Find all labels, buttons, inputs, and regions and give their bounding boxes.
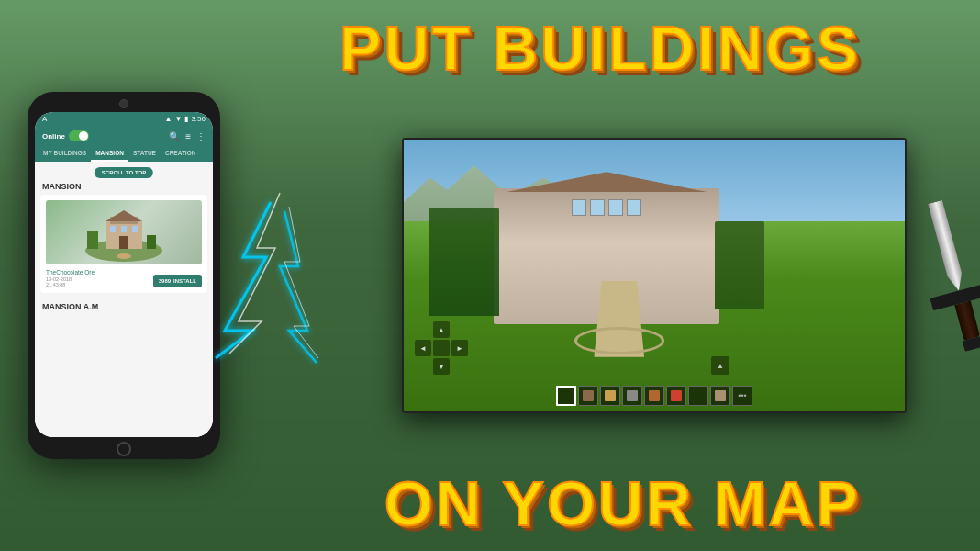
status-left: A bbox=[42, 115, 47, 123]
mc-window bbox=[608, 199, 623, 216]
building-author: TheChocolate Ore bbox=[46, 269, 95, 276]
mc-tree-right bbox=[715, 221, 765, 309]
screen-content: SCROLL TO TOP MANSION bbox=[35, 162, 213, 437]
sword-blade bbox=[921, 198, 974, 295]
mc-hotbar-more[interactable]: ••• bbox=[732, 386, 752, 406]
minecraft-screenshot: ▲ ◄ ► ▼ ▲ bbox=[402, 138, 907, 413]
mc-hotbar-slot[interactable] bbox=[622, 386, 642, 406]
status-icons: ▲ ▼ ▮ 3:56 bbox=[165, 115, 206, 123]
mc-window bbox=[590, 199, 605, 216]
mc-dpad-middle-row: ◄ ► bbox=[415, 340, 468, 356]
sword-handle bbox=[954, 301, 980, 341]
mc-dpad-right[interactable]: ► bbox=[451, 340, 468, 356]
title-put-buildings: PUT BUILDINGS bbox=[340, 17, 861, 79]
app-bar: Online 🔍 ≡ ⋮ bbox=[35, 126, 213, 146]
search-icon[interactable]: 🔍 bbox=[169, 131, 180, 141]
title-top: PUT BUILDINGS bbox=[340, 17, 861, 79]
download-count: 3989 bbox=[159, 278, 171, 284]
filter-icon[interactable]: ≡ bbox=[185, 131, 191, 141]
mc-windows bbox=[494, 188, 719, 216]
mc-tree-left bbox=[429, 208, 498, 316]
mc-circular-drive bbox=[574, 327, 664, 354]
mc-dpad-down-row: ▼ bbox=[415, 358, 468, 375]
tab-my-buildings[interactable]: MY BUILDINGS bbox=[39, 146, 91, 162]
title-on-your-map: ON YOUR MAP bbox=[384, 472, 861, 534]
mc-dpad-up-row: ▲ bbox=[415, 321, 468, 338]
phone-screen: A ▲ ▼ ▮ 3:56 Online 🔍 ≡ bbox=[35, 112, 213, 437]
phone-notch bbox=[35, 99, 213, 108]
phone-mockup: A ▲ ▼ ▮ 3:56 Online 🔍 ≡ bbox=[28, 92, 220, 459]
title-bottom: ON YOUR MAP bbox=[384, 472, 861, 534]
mc-window bbox=[627, 199, 641, 216]
toggle-switch[interactable] bbox=[69, 130, 89, 141]
mc-hotbar-slot[interactable] bbox=[644, 386, 664, 406]
mansion-thumbnail-svg bbox=[78, 203, 170, 263]
install-label: INSTALL bbox=[173, 278, 196, 284]
tab-statue[interactable]: STATUE bbox=[128, 146, 161, 162]
online-label: Online bbox=[42, 132, 65, 141]
mc-hotbar-slot[interactable] bbox=[710, 386, 730, 406]
tab-mansion[interactable]: MANSION bbox=[91, 146, 128, 162]
mc-hotbar: ••• bbox=[556, 386, 752, 406]
mc-dpad-down[interactable]: ▼ bbox=[433, 358, 450, 375]
tab-creation[interactable]: CREATION bbox=[161, 146, 200, 162]
phone-bottom bbox=[35, 437, 213, 459]
svg-rect-8 bbox=[132, 226, 138, 232]
status-bar: A ▲ ▼ ▮ 3:56 bbox=[35, 112, 213, 126]
battery-icon: ▮ bbox=[184, 115, 188, 123]
tab-bar: MY BUILDINGS MANSION STATUE CREATION bbox=[35, 146, 213, 162]
phone-camera bbox=[119, 99, 128, 108]
building-thumbnail-image bbox=[46, 200, 202, 264]
mc-hotbar-slot[interactable] bbox=[688, 386, 708, 406]
building-card: TheChocolate Ore 13-02-2018 21:43:08 398… bbox=[40, 195, 207, 293]
install-button[interactable]: 3989 INSTALL bbox=[153, 275, 202, 287]
building-date: 13-02-2018 21:43:08 bbox=[46, 276, 95, 287]
scroll-to-top-button[interactable]: SCROLL TO TOP bbox=[95, 167, 153, 178]
svg-rect-7 bbox=[121, 226, 127, 232]
mc-hotbar-slot-selected[interactable] bbox=[556, 386, 576, 406]
mc-background: ▲ ◄ ► ▼ ▲ bbox=[404, 140, 905, 411]
svg-rect-2 bbox=[147, 235, 156, 249]
mc-window bbox=[572, 199, 586, 216]
svg-point-10 bbox=[117, 253, 131, 259]
phone-device: A ▲ ▼ ▮ 3:56 Online 🔍 ≡ bbox=[28, 92, 220, 459]
svg-rect-6 bbox=[110, 226, 116, 232]
mc-hotbar-slot[interactable] bbox=[666, 386, 686, 406]
time-display: 3:56 bbox=[191, 115, 206, 123]
mc-hotbar-slot[interactable] bbox=[578, 386, 598, 406]
mc-dpad: ▲ ◄ ► ▼ bbox=[415, 321, 468, 375]
app-bar-icons: 🔍 ≡ ⋮ bbox=[169, 131, 206, 141]
home-button[interactable] bbox=[117, 442, 131, 456]
mc-dpad-center bbox=[433, 340, 450, 356]
svg-rect-9 bbox=[119, 236, 128, 249]
wifi-icon: ▼ bbox=[175, 115, 183, 123]
online-toggle[interactable]: Online bbox=[42, 130, 89, 141]
toggle-knob bbox=[79, 131, 88, 141]
mc-jump-button[interactable]: ▲ bbox=[711, 356, 729, 375]
mc-hotbar-slot[interactable] bbox=[600, 386, 620, 406]
mc-dpad-left[interactable]: ◄ bbox=[415, 340, 431, 356]
more-icon[interactable]: ⋮ bbox=[196, 131, 206, 141]
mc-dpad-up[interactable]: ▲ bbox=[433, 321, 450, 338]
svg-rect-1 bbox=[87, 231, 98, 249]
section-title-mansion-am: MANSION A.M bbox=[35, 298, 213, 315]
signal-icon: ▲ bbox=[165, 115, 173, 123]
svg-marker-5 bbox=[106, 210, 142, 221]
building-details: TheChocolate Ore 13-02-2018 21:43:08 bbox=[46, 269, 95, 287]
building-info: TheChocolate Ore 13-02-2018 21:43:08 398… bbox=[46, 269, 202, 287]
lightning-effect bbox=[197, 184, 326, 367]
